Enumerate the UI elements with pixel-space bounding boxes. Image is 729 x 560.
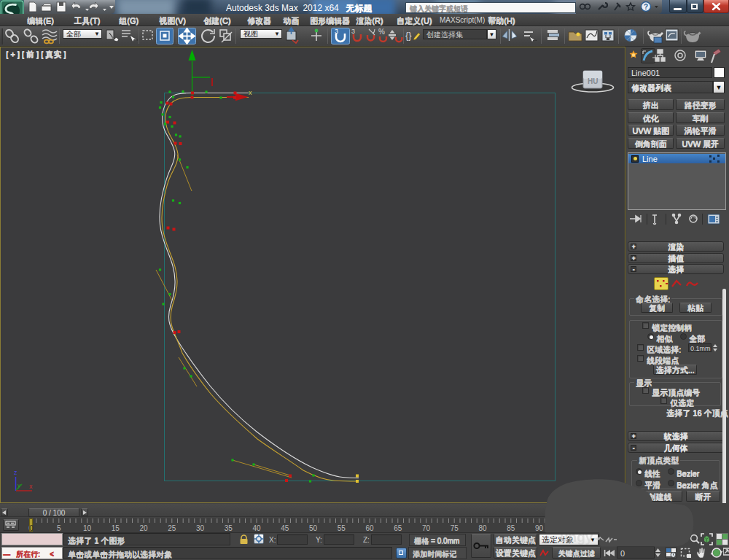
svg-text:45: 45	[281, 524, 289, 532]
svg-text:40: 40	[252, 524, 261, 532]
svg-text:75: 75	[451, 524, 459, 532]
svg-text:80: 80	[478, 524, 487, 532]
svg-text:50: 50	[309, 524, 318, 532]
svg-text:15: 15	[112, 524, 120, 532]
svg-text:90: 90	[535, 524, 544, 532]
svg-text:3: 3	[335, 28, 338, 35]
svg-text:%: %	[378, 28, 385, 36]
svg-text:3: 3	[351, 28, 355, 35]
svg-text:95: 95	[564, 524, 572, 532]
svg-text:20: 20	[139, 524, 148, 532]
svg-text:x: x	[249, 89, 252, 96]
svg-text:60: 60	[365, 524, 374, 532]
svg-text:55: 55	[338, 524, 346, 532]
svg-text:70: 70	[422, 524, 431, 532]
svg-text:10: 10	[83, 524, 92, 532]
svg-text:85: 85	[507, 524, 515, 532]
svg-text:?: ?	[644, 3, 648, 11]
svg-text:5: 5	[57, 524, 61, 532]
svg-text:30: 30	[196, 524, 205, 532]
svg-text:65: 65	[394, 524, 402, 532]
svg-text:z: z	[14, 469, 17, 476]
svg-text:x: x	[29, 483, 33, 490]
svg-text:35: 35	[225, 524, 233, 532]
svg-text:{}: {}	[405, 30, 412, 41]
svg-text:y: y	[17, 482, 20, 489]
svg-text:25: 25	[168, 524, 176, 532]
